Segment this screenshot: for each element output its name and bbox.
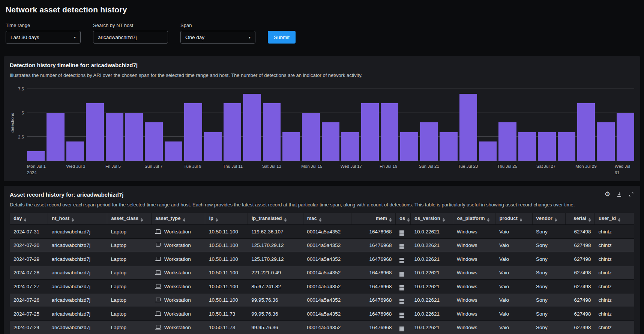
cell-os_platform[interactable]: Windows bbox=[453, 293, 495, 307]
span-select[interactable]: One day ▾ bbox=[180, 31, 255, 44]
cell-os_platform[interactable]: Windows bbox=[453, 238, 495, 252]
cell-os_platform[interactable]: Windows bbox=[453, 280, 495, 293]
cell-user_id[interactable]: chintz bbox=[595, 266, 634, 280]
cell-day[interactable]: 2024-07-24 bbox=[10, 320, 48, 334]
column-header-nt_host[interactable]: nt_host bbox=[48, 213, 107, 225]
cell-ip[interactable]: 10.50.11.100 bbox=[205, 266, 248, 280]
cell-user_id[interactable]: chintz bbox=[595, 252, 634, 266]
cell-mac[interactable]: 00014a5a4352 bbox=[303, 252, 351, 266]
cell-asset_class[interactable]: Laptop bbox=[107, 238, 152, 252]
cell-serial[interactable]: 627498 bbox=[565, 280, 594, 293]
chart-bar[interactable] bbox=[558, 132, 575, 161]
chart-bar[interactable] bbox=[165, 141, 182, 161]
cell-vendor[interactable]: Sony bbox=[532, 252, 565, 266]
chart-bar[interactable] bbox=[420, 122, 438, 161]
chart-bar[interactable] bbox=[617, 113, 634, 161]
table-row[interactable]: 2024-07-24aricadwabchizd7jLaptopWorkstat… bbox=[10, 320, 634, 334]
cell-os_version[interactable]: 10.0.22621 bbox=[411, 320, 453, 334]
cell-ip[interactable]: 10.50.11.73 bbox=[205, 320, 248, 334]
column-header-user_id[interactable]: user_id bbox=[595, 213, 634, 225]
cell-product[interactable]: Vaio bbox=[495, 280, 532, 293]
chart-bar[interactable] bbox=[322, 122, 339, 161]
cell-mac[interactable]: 00014a5a4352 bbox=[303, 238, 351, 252]
cell-ip_translated[interactable]: 99.95.76.36 bbox=[248, 307, 303, 321]
time-range-select[interactable]: Last 30 days ▾ bbox=[6, 31, 81, 44]
cell-mem[interactable]: 16476968 bbox=[351, 225, 395, 239]
cell-product[interactable]: Vaio bbox=[495, 252, 532, 266]
table-row[interactable]: 2024-07-31aricadwabchizd7jLaptopWorkstat… bbox=[10, 225, 634, 239]
cell-nt_host[interactable]: aricadwabchizd7j bbox=[48, 266, 107, 280]
cell-day[interactable]: 2024-07-25 bbox=[10, 307, 48, 321]
cell-day[interactable]: 2024-07-28 bbox=[10, 266, 48, 280]
cell-serial[interactable]: 627498 bbox=[565, 307, 594, 321]
chart-bar[interactable] bbox=[381, 103, 398, 161]
cell-os_version[interactable]: 10.0.22621 bbox=[411, 307, 453, 321]
chart-bar[interactable] bbox=[224, 103, 241, 161]
cell-asset_class[interactable]: Laptop bbox=[107, 320, 152, 334]
column-header-mac[interactable]: mac bbox=[303, 213, 351, 225]
cell-day[interactable]: 2024-07-31 bbox=[10, 225, 48, 239]
column-header-asset_class[interactable]: asset_class bbox=[107, 213, 152, 225]
cell-serial[interactable]: 627498 bbox=[565, 238, 594, 252]
cell-nt_host[interactable]: aricadwabchizd7j bbox=[48, 225, 107, 239]
cell-os[interactable] bbox=[396, 238, 411, 252]
cell-ip[interactable]: 10.50.11.100 bbox=[205, 252, 248, 266]
table-row[interactable]: 2024-07-29aricadwabchizd7jLaptopWorkstat… bbox=[10, 252, 634, 266]
cell-mem[interactable]: 16476968 bbox=[351, 293, 395, 307]
cell-asset_type[interactable]: Workstation bbox=[152, 307, 205, 321]
cell-ip[interactable]: 10.50.11.73 bbox=[205, 307, 248, 321]
cell-asset_type[interactable]: Workstation bbox=[152, 320, 205, 334]
cell-mem[interactable]: 16476968 bbox=[351, 307, 395, 321]
cell-day[interactable]: 2024-07-27 bbox=[10, 280, 48, 293]
cell-nt_host[interactable]: aricadwabchizd7j bbox=[48, 293, 107, 307]
cell-user_id[interactable]: chintz bbox=[595, 225, 634, 239]
chart-bar[interactable] bbox=[538, 132, 555, 161]
chart-bar[interactable] bbox=[479, 141, 497, 161]
cell-ip[interactable]: 10.50.11.100 bbox=[205, 225, 248, 239]
cell-asset_class[interactable]: Laptop bbox=[107, 293, 152, 307]
column-header-serial[interactable]: serial bbox=[565, 213, 594, 225]
cell-mem[interactable]: 16476968 bbox=[351, 238, 395, 252]
cell-ip_translated[interactable]: 85.67.241.82 bbox=[248, 280, 303, 293]
chart-bar[interactable] bbox=[400, 132, 418, 161]
chart-bar[interactable] bbox=[125, 113, 143, 161]
cell-asset_type[interactable]: Workstation bbox=[152, 293, 205, 307]
chart-bar[interactable] bbox=[145, 122, 162, 161]
cell-asset_type[interactable]: Workstation bbox=[152, 266, 205, 280]
chart-bar[interactable] bbox=[184, 103, 202, 161]
cell-ip_translated[interactable]: 99.95.76.36 bbox=[248, 293, 303, 307]
cell-asset_type[interactable]: Workstation bbox=[152, 225, 205, 239]
chart-bar[interactable] bbox=[66, 141, 84, 161]
cell-mem[interactable]: 16476968 bbox=[351, 252, 395, 266]
cell-vendor[interactable]: Sony bbox=[532, 307, 565, 321]
cell-os[interactable] bbox=[396, 293, 411, 307]
table-row[interactable]: 2024-07-25aricadwabchizd7jLaptopWorkstat… bbox=[10, 307, 634, 321]
submit-button[interactable]: Submit bbox=[268, 31, 296, 44]
cell-os[interactable] bbox=[396, 320, 411, 334]
cell-vendor[interactable]: Sony bbox=[532, 238, 565, 252]
cell-mac[interactable]: 00014a5a4352 bbox=[303, 293, 351, 307]
column-header-os[interactable]: os bbox=[396, 213, 411, 225]
nt-host-input[interactable] bbox=[93, 31, 168, 44]
chart-bar[interactable] bbox=[243, 94, 261, 161]
cell-os_platform[interactable]: Windows bbox=[453, 307, 495, 321]
cell-product[interactable]: Vaio bbox=[495, 320, 532, 334]
column-header-ip_translated[interactable]: ip_translated bbox=[248, 213, 303, 225]
cell-os_version[interactable]: 10.0.22621 bbox=[411, 238, 453, 252]
cell-asset_class[interactable]: Laptop bbox=[107, 307, 152, 321]
cell-product[interactable]: Vaio bbox=[495, 293, 532, 307]
cell-vendor[interactable]: Sony bbox=[532, 280, 565, 293]
cell-os_version[interactable]: 10.0.22621 bbox=[411, 293, 453, 307]
chart-bar[interactable] bbox=[459, 94, 477, 161]
cell-ip_translated[interactable]: 125.170.29.12 bbox=[248, 238, 303, 252]
cell-mac[interactable]: 00014a5a4352 bbox=[303, 280, 351, 293]
cell-os_version[interactable]: 10.0.22621 bbox=[411, 280, 453, 293]
cell-ip_translated[interactable]: 221.221.0.49 bbox=[248, 266, 303, 280]
download-icon[interactable] bbox=[616, 191, 622, 197]
cell-os_version[interactable]: 10.0.22621 bbox=[411, 266, 453, 280]
chart-bar[interactable] bbox=[341, 132, 359, 161]
chart-bar[interactable] bbox=[47, 113, 64, 161]
settings-icon[interactable]: ⚙ bbox=[605, 191, 610, 197]
cell-vendor[interactable]: Sony bbox=[532, 320, 565, 334]
column-header-vendor[interactable]: vendor bbox=[532, 213, 565, 225]
